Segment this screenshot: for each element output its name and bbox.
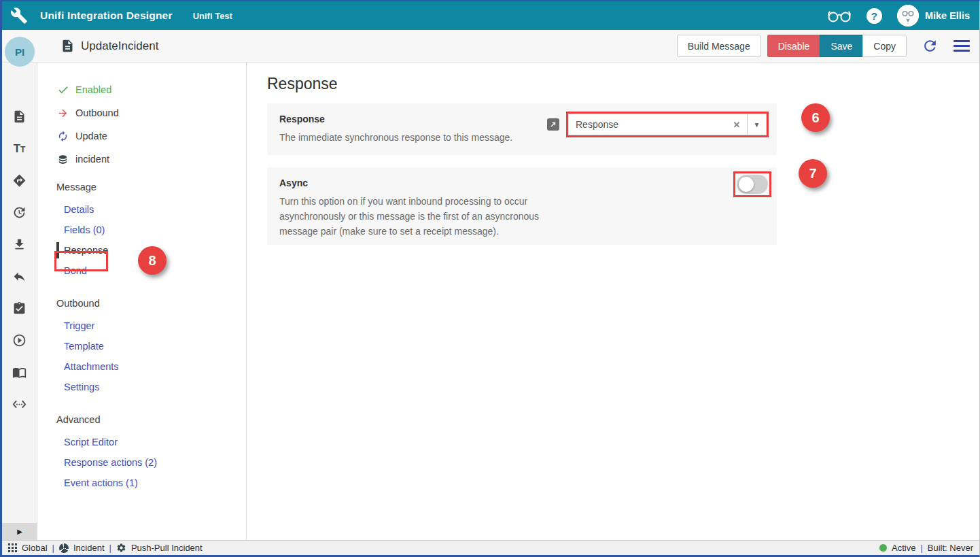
- async-toggle[interactable]: [737, 175, 768, 194]
- nav-section-outbound: Outbound: [56, 295, 246, 311]
- nav-status-outbound[interactable]: Outbound: [56, 105, 246, 121]
- code-icon[interactable]: [12, 396, 27, 411]
- annotation-circle-6: 6: [801, 103, 830, 132]
- nav-link-settings[interactable]: Settings: [56, 377, 246, 397]
- chevron-right-icon: ▶: [17, 528, 22, 535]
- nav-status-label: Outbound: [75, 107, 119, 118]
- clear-icon[interactable]: ✕: [727, 114, 747, 135]
- icon-rail: Tt: [2, 63, 37, 540]
- section-heading: Response: [267, 75, 979, 93]
- nav-link-script-editor[interactable]: Script Editor: [56, 432, 246, 452]
- nav-link-template[interactable]: Template: [56, 336, 246, 356]
- field-description: The immediate synchronous response to th…: [279, 130, 572, 145]
- run-icon[interactable]: [12, 333, 27, 348]
- nav-section-message: Message: [56, 179, 246, 195]
- documents-icon[interactable]: [12, 109, 27, 124]
- menu-button[interactable]: [953, 40, 970, 52]
- field-description: Turn this option on if you want inbound …: [279, 194, 572, 239]
- app-window: Unifi Integration Designer Unifi Test ?: [0, 0, 980, 557]
- user-menu[interactable]: Mike Ellis: [897, 5, 970, 27]
- history-icon[interactable]: [12, 205, 27, 220]
- record-header: UpdateIncident Build Message Disable Sav…: [2, 30, 979, 63]
- nav-section-advanced: Advanced: [56, 411, 246, 428]
- nav-status-incident[interactable]: incident: [56, 151, 246, 167]
- documentation-icon[interactable]: [12, 365, 27, 379]
- build-message-button[interactable]: Build Message: [677, 35, 761, 57]
- nav-link-response-actions[interactable]: Response actions (2): [56, 452, 246, 473]
- annotation-box-bond: [54, 251, 108, 271]
- annotation-box-async-toggle: [733, 171, 771, 197]
- environment-name[interactable]: Unifi Test: [193, 11, 232, 21]
- nav-status-label: Enabled: [75, 84, 111, 95]
- hamburger-icon: [953, 40, 970, 52]
- annotation-circle-8: 8: [138, 246, 167, 275]
- process-avatar[interactable]: PI: [5, 37, 35, 67]
- nav-link-fields[interactable]: Fields (0): [56, 220, 246, 240]
- database-icon: [56, 153, 69, 166]
- open-record-icon[interactable]: [547, 118, 559, 131]
- copy-button[interactable]: Copy: [862, 35, 907, 57]
- gear-icon: [116, 543, 126, 553]
- main-content: Response Response The immediate synchron…: [247, 63, 979, 540]
- active-status-icon: [879, 544, 887, 552]
- chevron-down-icon[interactable]: ▼: [747, 114, 766, 135]
- annotation-box-response-select: Response ✕ ▼: [566, 112, 769, 137]
- autorenew-icon: [56, 130, 69, 143]
- app-title: Unifi Integration Designer: [40, 10, 173, 22]
- wrench-icon: [10, 7, 28, 24]
- nav-link-attachments[interactable]: Attachments: [56, 356, 246, 377]
- refresh-button[interactable]: [922, 37, 939, 54]
- scope-label[interactable]: Global: [22, 543, 48, 553]
- page-title: UpdateIncident: [81, 39, 158, 53]
- action-button-group: Disable Save Copy: [767, 35, 907, 57]
- top-navbar: Unifi Integration Designer Unifi Test ?: [2, 1, 979, 30]
- process-label[interactable]: Push-Pull Incident: [131, 543, 203, 553]
- glasses-icon[interactable]: [827, 8, 852, 23]
- nav-link-details[interactable]: Details: [56, 199, 246, 220]
- status-bar: Global | Incident | Push-Pull Incident A…: [2, 540, 979, 555]
- field-label: Async: [279, 178, 765, 188]
- nav-link-event-actions[interactable]: Event actions (1): [56, 473, 246, 493]
- nav-status-label: incident: [75, 154, 109, 165]
- tasks-icon[interactable]: [12, 301, 27, 316]
- reply-icon[interactable]: [12, 269, 27, 284]
- nav-status-label: Update: [75, 131, 107, 141]
- nav-status-enabled[interactable]: Enabled: [56, 82, 246, 98]
- built-status-label: Built: Never: [928, 543, 973, 553]
- toggle-knob: [739, 177, 754, 192]
- expand-sidebar-button[interactable]: ▶: [2, 523, 37, 540]
- table-icon: [59, 543, 69, 553]
- response-select-value: Response: [569, 114, 727, 135]
- directions-icon[interactable]: [12, 173, 27, 188]
- document-icon: [60, 39, 75, 53]
- application-scope-icon: [8, 543, 17, 552]
- check-icon: [56, 84, 69, 97]
- save-button[interactable]: Save: [820, 35, 862, 57]
- disable-button[interactable]: Disable: [767, 35, 820, 57]
- download-icon[interactable]: [12, 237, 27, 252]
- active-status-label: Active: [892, 543, 915, 553]
- nav-status-update[interactable]: Update: [56, 128, 246, 144]
- user-name: Mike Ellis: [925, 10, 970, 21]
- help-icon[interactable]: ?: [867, 8, 882, 24]
- annotation-circle-7: 7: [799, 159, 827, 188]
- message-nav-panel: Enabled Outbound Update incident Message…: [37, 63, 247, 540]
- nav-link-trigger[interactable]: Trigger: [56, 316, 246, 336]
- arrow-right-icon: [56, 107, 69, 120]
- refresh-icon: [922, 37, 939, 54]
- table-label[interactable]: Incident: [73, 543, 105, 553]
- response-select[interactable]: Response ✕ ▼: [568, 114, 767, 135]
- async-field-panel: Async Turn this option on if you want in…: [267, 167, 777, 245]
- response-field-panel: Response The immediate synchronous respo…: [267, 103, 777, 155]
- avatar: [897, 5, 919, 27]
- text-fields-icon[interactable]: Tt: [12, 141, 27, 156]
